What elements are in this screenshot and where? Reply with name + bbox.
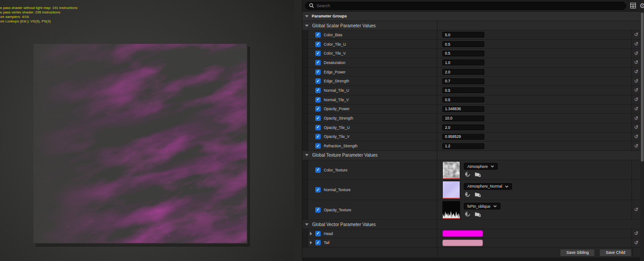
color-swatch[interactable]: [442, 240, 483, 246]
parameter-value-input[interactable]: [442, 97, 484, 103]
use-selected-asset-icon[interactable]: [465, 171, 470, 177]
search-icon: [309, 3, 314, 8]
material-preview-plane: [34, 44, 248, 244]
parameter-checkbox[interactable]: ✓: [315, 125, 321, 130]
parameter-value-input[interactable]: [442, 106, 484, 112]
save-sibling-button[interactable]: Save Sibling: [560, 249, 595, 257]
search-input[interactable]: [317, 3, 622, 8]
settings-gear-icon[interactable]: ⚙: [640, 2, 644, 9]
material-preview-viewport[interactable]: se pass shader without light map: 191 in…: [0, 0, 294, 261]
parameter-checkbox[interactable]: ✓: [315, 88, 321, 93]
parameter-value-input[interactable]: [442, 60, 484, 65]
parameter-checkbox[interactable]: ✓: [315, 134, 321, 139]
parameter-label: Normal_Tile_U: [324, 88, 349, 93]
parameter-label: Opacity_Tile_U: [324, 125, 350, 130]
reset-to-default-icon[interactable]: ↺: [634, 69, 638, 74]
reset-to-default-icon[interactable]: ↺: [634, 240, 638, 245]
reset-to-default-icon[interactable]: ↺: [634, 125, 638, 130]
reset-to-default-icon[interactable]: ↺: [634, 32, 638, 37]
reset-to-default-icon[interactable]: ↺: [634, 107, 638, 111]
reset-to-default-icon[interactable]: ↺: [634, 231, 638, 236]
parameter-checkbox[interactable]: ✓: [315, 32, 321, 38]
scalar-row-color-tile-v: ✓ Color_Tile_V ↺: [302, 49, 644, 58]
parameter-label: Edge_Power: [324, 70, 346, 74]
parameter-label: Opacity_Strength: [324, 116, 353, 120]
parameter-label: Color_Texture: [324, 168, 347, 172]
expander-right-icon[interactable]: [310, 232, 312, 235]
parameter-value-input[interactable]: [442, 124, 484, 130]
details-toolbar: ⚙: [302, 0, 644, 12]
color-swatch[interactable]: [442, 230, 483, 237]
parameter-value-input[interactable]: [442, 78, 484, 84]
scrollbar-thumb[interactable]: [641, 13, 644, 162]
reset-to-default-icon[interactable]: ↺: [634, 97, 638, 102]
parameter-checkbox[interactable]: ✓: [315, 231, 321, 236]
texture-thumbnail[interactable]: [442, 201, 460, 219]
parameter-checkbox[interactable]: ✓: [315, 78, 321, 84]
parameter-value-input[interactable]: [442, 69, 484, 75]
panel-splitter[interactable]: [294, 0, 302, 261]
reset-to-default-icon[interactable]: ↺: [634, 51, 638, 56]
parameter-label: Normal_Texture: [324, 188, 351, 192]
parameter-checkbox[interactable]: ✓: [315, 240, 321, 245]
parameter-label: Color_Tile_U: [324, 42, 346, 47]
expander-right-icon[interactable]: [310, 241, 312, 244]
texture-thumbnail[interactable]: [442, 161, 460, 179]
texture-row-color-texture: ✓ Color_Texture Atmosphere: [302, 160, 644, 180]
reset-to-default-icon[interactable]: ↺: [634, 79, 638, 84]
use-selected-asset-icon[interactable]: [465, 192, 470, 197]
reset-to-default-icon[interactable]: ↺: [634, 134, 638, 139]
browse-to-asset-icon[interactable]: [475, 211, 481, 217]
texture-asset-dropdown[interactable]: Atmosphere: [464, 163, 498, 170]
browse-to-asset-icon[interactable]: [475, 192, 481, 197]
reset-to-default-icon[interactable]: ↺: [634, 42, 638, 47]
parameter-value-input[interactable]: [442, 51, 484, 56]
parameter-checkbox[interactable]: ✓: [315, 116, 321, 121]
parameter-checkbox[interactable]: ✓: [315, 106, 321, 111]
browse-to-asset-icon[interactable]: [475, 171, 481, 177]
texture-group-header[interactable]: Global Texture Parameter Values: [302, 151, 644, 160]
use-selected-asset-icon[interactable]: [465, 211, 470, 217]
parameter-value-input[interactable]: [442, 32, 484, 38]
texture-thumbnail[interactable]: [442, 181, 460, 199]
save-child-button[interactable]: Save Child: [599, 249, 631, 257]
vector-group-header[interactable]: Global Vector Parameter Values: [302, 220, 644, 229]
parameter-label: Edge_Strength: [324, 79, 349, 83]
reset-to-default-icon[interactable]: ↺: [634, 144, 638, 149]
parameter-groups-header[interactable]: Parameter Groups: [302, 12, 644, 21]
parameter-checkbox[interactable]: ✓: [315, 42, 321, 47]
parameter-checkbox[interactable]: ✓: [315, 143, 321, 149]
view-options-grid-icon[interactable]: [630, 3, 636, 9]
texture-asset-dropdown[interactable]: fxPtn_oblique: [464, 203, 500, 210]
parameter-value-input[interactable]: [442, 41, 484, 47]
parameter-checkbox[interactable]: ✓: [315, 60, 321, 65]
texture-row-opacity-texture: ✓ Opacity_Texture fxPtn_oblique: [302, 200, 644, 220]
scalar-row-opacity-strength: ✓ Opacity_Strength ↺: [302, 114, 644, 123]
texture-asset-dropdown[interactable]: Atmosphere_Normal: [464, 183, 512, 190]
parameter-checkbox[interactable]: ✓: [315, 167, 321, 173]
parameter-value-input[interactable]: [442, 143, 484, 149]
panel-scrollbar[interactable]: [640, 12, 644, 261]
expander-down-icon: [305, 25, 309, 27]
reset-to-default-icon[interactable]: ↺: [634, 207, 638, 212]
reset-to-default-icon[interactable]: ↺: [634, 60, 638, 65]
scalar-row-desaturation: ✓ Desaturation ↺: [302, 58, 644, 68]
scalar-group-header[interactable]: Global Scalar Parameter Values: [302, 21, 644, 30]
parameter-checkbox[interactable]: ✓: [315, 69, 321, 75]
reset-to-default-icon[interactable]: ↺: [634, 116, 638, 121]
parameter-value-input[interactable]: [442, 134, 484, 140]
parameter-value-input[interactable]: [442, 87, 484, 93]
parameter-checkbox[interactable]: ✓: [315, 97, 321, 103]
search-box[interactable]: [305, 2, 626, 10]
shader-stats-text: se pass shader without light map: 191 in…: [0, 6, 77, 24]
reset-to-default-icon[interactable]: ↺: [634, 88, 638, 93]
parameter-value-input[interactable]: [442, 116, 484, 121]
parameter-label: Opacity_Power: [324, 107, 350, 111]
parameter-label: Refraction_Strength: [324, 144, 358, 148]
parameter-checkbox[interactable]: ✓: [315, 187, 321, 193]
parameter-checkbox[interactable]: ✓: [315, 51, 321, 56]
parameter-checkbox[interactable]: ✓: [315, 207, 321, 213]
parameter-label: Color_Bias: [324, 33, 343, 37]
parameter-label: Opacity_Tile_V: [324, 134, 349, 139]
chevron-down-icon: [505, 185, 508, 188]
